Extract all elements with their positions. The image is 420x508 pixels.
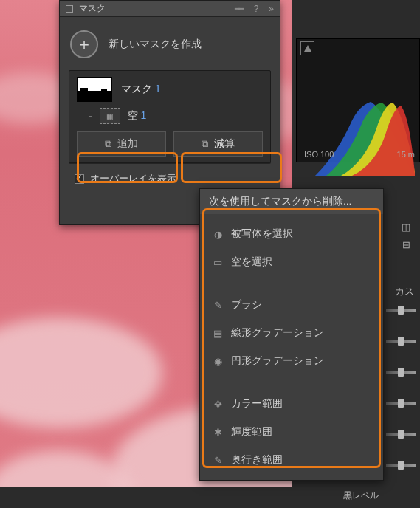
luminance-range-icon: ✱: [212, 427, 224, 438]
slider[interactable]: [386, 464, 416, 467]
panel-title: マスク: [79, 2, 106, 15]
mask-thumbnail[interactable]: [77, 77, 112, 102]
section-title: カス: [395, 285, 414, 298]
context-menu: 次を使用してマスクから削除... ◑ 被写体を選択 ▭ 空を選択 ✎ ブラシ ▤…: [199, 188, 384, 481]
drag-handle-icon[interactable]: ━━: [235, 4, 242, 14]
exif-row: ISO 100 15 m: [304, 150, 415, 159]
slider[interactable]: [386, 433, 416, 436]
create-mask-row[interactable]: ＋ 新しいマスクを作成: [69, 26, 271, 70]
menu-item-linear-gradient[interactable]: ▤ 線形グラデーション: [200, 319, 383, 347]
overlay-label: オーバーレイを表示: [90, 172, 176, 185]
iso-label: ISO 100: [304, 150, 334, 159]
brush-icon: ✎: [212, 300, 224, 311]
subtract-button[interactable]: ⧉ 減算: [173, 131, 263, 157]
sky-icon: ▭: [212, 257, 224, 268]
help-icon[interactable]: ?: [254, 4, 259, 14]
bottom-bar: [0, 487, 309, 508]
panel-toggle-icon[interactable]: ⊟: [398, 237, 414, 252]
cloud-shape: [0, 318, 162, 428]
slider[interactable]: [386, 309, 416, 312]
subtract-overlap-icon: ⧉: [202, 138, 208, 150]
mask-component-row[interactable]: └ ▦ 空 1: [77, 102, 263, 126]
menu-item-color-range[interactable]: ✥ カラー範囲: [200, 390, 383, 418]
component-name[interactable]: 空 1: [128, 109, 147, 123]
add-overlap-icon: ⧉: [105, 138, 111, 150]
panel-titlebar[interactable]: マスク ━━ ? »: [60, 1, 280, 17]
add-button[interactable]: ⧉ 追加: [77, 131, 166, 157]
depth-range-icon: ✎: [212, 455, 224, 466]
clipping-indicator[interactable]: [300, 41, 314, 55]
mask-card[interactable]: マスク 1 └ ▦ 空 1 ⧉ 追加 ⧉ 減算: [69, 70, 271, 163]
tree-elbow-icon: └: [86, 111, 92, 121]
menu-item-select-subject[interactable]: ◑ 被写体を選択: [200, 220, 383, 248]
histogram-panel: ISO 100 15 m: [296, 38, 420, 162]
slider[interactable]: [386, 340, 416, 343]
slider[interactable]: [386, 371, 416, 374]
black-level-label: 黒レベル: [343, 490, 379, 502]
menu-item-luminance-range[interactable]: ✱ 輝度範囲: [200, 418, 383, 446]
menu-separator: [200, 375, 383, 390]
component-thumbnail[interactable]: ▦: [100, 108, 120, 124]
menu-item-radial-gradient[interactable]: ◉ 円形グラデーション: [200, 347, 383, 375]
histogram-chart[interactable]: [308, 83, 415, 176]
menu-item-depth-range[interactable]: ✎ 奥行き範囲: [200, 446, 383, 474]
create-mask-label: 新しいマスクを作成: [109, 38, 202, 51]
color-range-icon: ✥: [212, 399, 224, 410]
mask-name[interactable]: マスク 1: [121, 83, 161, 96]
adjust-sliders: [386, 309, 416, 495]
chevron-right-icon[interactable]: »: [269, 4, 274, 14]
subject-icon: ◑: [212, 229, 224, 240]
radial-gradient-icon: ◉: [212, 356, 224, 367]
triangle-up-icon: [304, 45, 311, 52]
linear-gradient-icon: ▤: [212, 328, 224, 339]
show-overlay-row[interactable]: オーバーレイを表示: [69, 163, 271, 185]
add-mask-button[interactable]: ＋: [70, 30, 98, 58]
panel-switch-icon[interactable]: ◫: [398, 219, 414, 234]
menu-item-select-sky[interactable]: ▭ 空を選択: [200, 248, 383, 276]
checkbox-checked-icon[interactable]: [75, 174, 84, 184]
panel-grip-icon: [66, 5, 73, 13]
focal-label: 15 m: [397, 150, 415, 159]
menu-separator: [200, 276, 383, 291]
menu-item-brush[interactable]: ✎ ブラシ: [200, 291, 383, 319]
context-menu-title: 次を使用してマスクから削除...: [200, 189, 383, 214]
slider[interactable]: [386, 402, 416, 405]
